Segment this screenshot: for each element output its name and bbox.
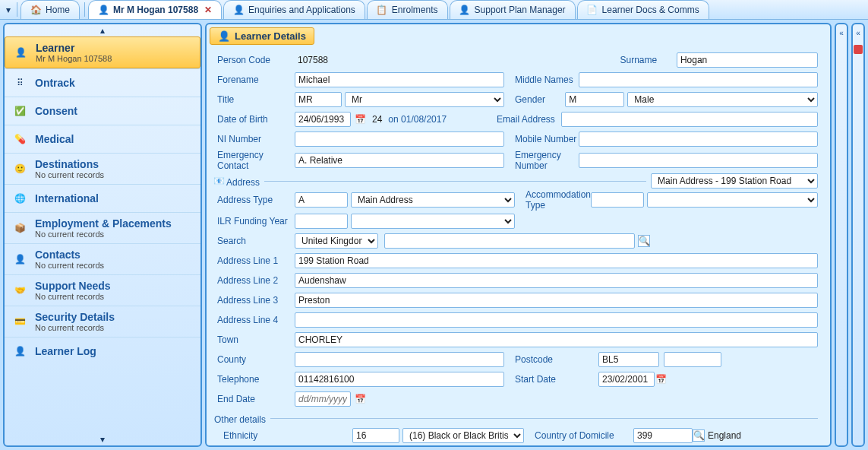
learner-details-panel: 👤 Learner Details Person Code 107588 Sur…: [205, 23, 832, 447]
tab-label: Home: [46, 5, 70, 15]
line4-input[interactable]: [295, 312, 818, 328]
start-date-input[interactable]: [598, 372, 655, 387]
label-line3: Address Line 3: [213, 295, 295, 306]
sidebar-item-consent[interactable]: ✅Consent: [5, 97, 200, 125]
address-icon: 📧: [213, 175, 225, 187]
dob-input[interactable]: [295, 112, 351, 127]
label-forename: Forename: [213, 74, 295, 85]
telephone-input[interactable]: [295, 372, 504, 387]
dest-icon: 🙂: [11, 160, 29, 178]
ilr-code-input[interactable]: [295, 214, 348, 229]
sidebar-item-label: Ontrack: [35, 77, 75, 89]
sidebar-item-label: Learner: [36, 42, 74, 54]
tab-label: Learner Docs & Comms: [602, 5, 699, 15]
app-menu-dropdown[interactable]: ▾: [3, 0, 14, 19]
town-input[interactable]: [295, 332, 818, 347]
label-ilr: ILR Funding Year: [213, 216, 295, 227]
label-line2: Address Line 2: [213, 275, 295, 286]
sidebar-item-subtext: No current records: [35, 261, 104, 270]
surname-input[interactable]: [677, 52, 818, 68]
ethnicity-code-input[interactable]: [352, 428, 399, 443]
line2-input[interactable]: [295, 273, 818, 288]
sidebar-item-security-details[interactable]: 💳Security DetailsNo current records: [5, 306, 200, 337]
user-check-icon: ✅: [11, 102, 29, 120]
sidebar-item-subtext: No current records: [35, 170, 104, 179]
close-icon[interactable]: ✕: [204, 5, 212, 15]
tab-mr-m-hogan-107588[interactable]: 👤Mr M Hogan 107588✕: [88, 0, 222, 19]
emerg-contact-input[interactable]: [295, 153, 504, 168]
sidebar-item-subtext: No current records: [35, 230, 172, 239]
user-red-icon: 👤: [11, 43, 30, 62]
label-email: Email Address: [489, 114, 561, 125]
ethnicity-select[interactable]: (16) Black or Black Britis: [402, 428, 524, 443]
user-blue-icon: 👤: [11, 250, 29, 268]
label-accom: Accommodation Type: [518, 189, 591, 211]
right-panel-collapsed-1[interactable]: «: [835, 23, 848, 447]
right-panel-collapsed-2[interactable]: «: [851, 23, 865, 447]
tab-icon: 👤: [233, 5, 244, 15]
sidebar-item-medical[interactable]: 💊Medical: [5, 125, 200, 153]
sidebar-scroll-down[interactable]: ▾: [5, 433, 200, 445]
ni-input[interactable]: [295, 132, 504, 147]
sidebar-item-ontrack[interactable]: ⠿Ontrack: [5, 68, 200, 97]
search-country-select[interactable]: United Kingdom: [295, 233, 378, 249]
email-input[interactable]: [561, 112, 818, 127]
postcode2-input[interactable]: [664, 352, 721, 367]
ilr-select[interactable]: [351, 214, 515, 229]
address-search-input[interactable]: [384, 233, 635, 249]
emerg-number-input[interactable]: [579, 153, 818, 168]
county-input[interactable]: [295, 352, 504, 367]
label-emerg: Emergency Contact: [213, 150, 295, 171]
sidebar-item-learner-log[interactable]: 👤Learner Log: [5, 337, 200, 365]
sidebar-item-international[interactable]: 🌐International: [5, 184, 200, 212]
domicile-code-input[interactable]: [633, 428, 693, 443]
accom-code-input[interactable]: [591, 192, 644, 208]
line3-input[interactable]: [295, 293, 818, 308]
search-icon[interactable]: 🔍: [638, 235, 650, 247]
label-addr-type: Address Type: [213, 195, 295, 205]
sidebar-item-employment-placements[interactable]: 📦Employment & PlacementsNo current recor…: [5, 212, 200, 243]
label-ethnicity: Ethnicity: [213, 430, 295, 441]
addr-type-code-input[interactable]: [295, 192, 348, 208]
line1-input[interactable]: [295, 253, 818, 268]
sidebar-scroll-up[interactable]: ▴: [5, 24, 200, 36]
sidebar-item-contacts[interactable]: 👤ContactsNo current records: [5, 243, 200, 274]
address-picker[interactable]: Main Address - 199 Station Road: [651, 173, 818, 189]
label-end: End Date: [213, 394, 295, 404]
forename-input[interactable]: [295, 72, 504, 87]
calendar-icon[interactable]: 📅: [354, 393, 366, 405]
tab-enrolments[interactable]: 📋Enrolments: [367, 0, 448, 19]
label-start: Start Date: [507, 374, 598, 385]
sidebar-item-support-needs[interactable]: 🤝Support NeedsNo current records: [5, 274, 200, 306]
sidebar-item-label: Consent: [35, 105, 77, 117]
tab-label: Mr M Hogan 107588: [113, 5, 198, 15]
gender-code-input[interactable]: [565, 92, 624, 107]
postcode-input[interactable]: [598, 352, 659, 367]
tab-enquiries-and-applications[interactable]: 👤Enquiries and Applications: [223, 0, 365, 19]
title-select[interactable]: Mr: [345, 92, 504, 107]
title-code-input[interactable]: [295, 92, 342, 107]
dots-icon: ⠿: [11, 74, 29, 92]
section-address: Address: [226, 177, 260, 188]
label-telephone: Telephone: [213, 374, 295, 385]
middle-names-input[interactable]: [579, 72, 818, 87]
lookup-icon[interactable]: 🔍: [693, 429, 705, 442]
label-emerg-num: Emergency Number: [507, 150, 579, 171]
panel-title: 👤 Learner Details: [210, 27, 314, 45]
mobile-input[interactable]: [579, 132, 818, 147]
gender-select[interactable]: Male: [627, 92, 818, 107]
tab-support-plan-manager[interactable]: 👤Support Plan Manager: [450, 0, 576, 19]
addr-type-select[interactable]: Main Address: [351, 192, 515, 208]
calendar-icon[interactable]: 📅: [354, 113, 366, 125]
box-icon: 📦: [11, 219, 29, 237]
calendar-icon[interactable]: 📅: [655, 373, 667, 385]
label-ni: NI Number: [213, 134, 295, 144]
tab-home[interactable]: 🏠Home: [21, 0, 80, 19]
label-county: County: [213, 354, 295, 365]
end-date-input[interactable]: [295, 391, 351, 407]
notification-badge: [854, 45, 863, 54]
sidebar-item-destinations[interactable]: 🙂DestinationsNo current records: [5, 153, 200, 184]
tab-learner-docs-comms[interactable]: 📄Learner Docs & Comms: [577, 0, 709, 19]
sidebar-item-learner[interactable]: 👤LearnerMr M Hogan 107588: [5, 36, 200, 68]
accom-select[interactable]: [647, 192, 818, 208]
